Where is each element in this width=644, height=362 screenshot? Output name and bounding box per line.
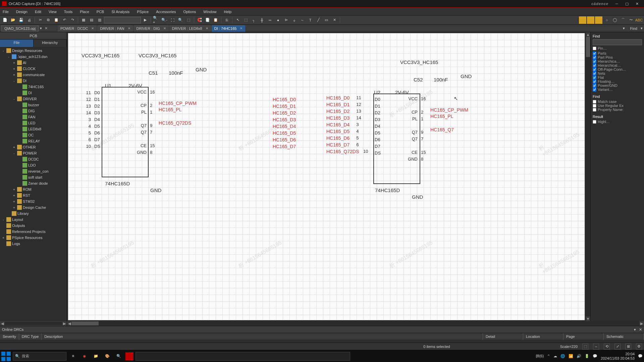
drc-col-header[interactable]: Schematic: [604, 333, 644, 340]
tree-node[interactable]: DI: [0, 90, 67, 96]
pin-num[interactable]: 14: [356, 115, 361, 122]
net-label[interactable]: HC165_D7: [273, 144, 296, 150]
net-label[interactable]: HC165_D1: [273, 104, 296, 110]
tree-node[interactable]: soft start: [0, 174, 67, 180]
maximize-button[interactable]: ▢: [622, 0, 632, 8]
chrome-icon[interactable]: ◉: [80, 352, 89, 361]
annotate-icon[interactable]: 📑: [204, 16, 211, 24]
scroll-left-icon[interactable]: ◀: [0, 321, 5, 326]
net-label[interactable]: HC165_D6: [326, 135, 350, 142]
tab-close-icon[interactable]: ✕: [206, 26, 208, 30]
weather-icon[interactable]: ☀: [68, 352, 78, 361]
find-dropdown-icon[interactable]: ▾: [641, 26, 643, 31]
zoom-out-icon[interactable]: 🔍-: [161, 16, 168, 24]
pin-row[interactable]: 4D5: [83, 124, 100, 130]
menu-help[interactable]: Help: [222, 9, 233, 14]
menu-edit[interactable]: Edit: [34, 9, 43, 14]
power-label[interactable]: VCC3V3_HC165: [139, 53, 176, 58]
tree-node[interactable]: DIG: [0, 108, 67, 114]
pin-row[interactable]: 3D4: [83, 117, 100, 124]
u2-val[interactable]: 2V-6V: [395, 89, 409, 95]
status-icon-3[interactable]: ⟲: [604, 344, 610, 350]
zoom-fit-icon[interactable]: ⛶: [169, 16, 176, 24]
start-button[interactable]: [1, 352, 11, 361]
net-label[interactable]: HC165_D4: [273, 124, 296, 130]
place-wire-icon[interactable]: ┐: [250, 16, 258, 24]
drc-col-header[interactable]: Severity: [0, 333, 19, 340]
tree-node[interactable]: +ROM: [0, 186, 67, 192]
pin-row[interactable]: 6D7: [83, 137, 100, 144]
tree-expand-icon[interactable]: -: [1, 49, 5, 53]
ime-indicator[interactable]: 拼(6): [536, 354, 544, 359]
grid-icon[interactable]: ▦: [80, 16, 87, 24]
status-icon-1[interactable]: ⬚: [582, 344, 588, 350]
new-file-icon[interactable]: 📄: [1, 16, 9, 24]
drc-dropdown-icon[interactable]: ▾: [632, 327, 638, 331]
tab-close-icon[interactable]: ✕: [240, 26, 243, 30]
explorer-icon[interactable]: 📁: [91, 352, 101, 361]
undo-icon[interactable]: ↶: [61, 16, 68, 24]
status-icon-5[interactable]: ⊞: [625, 344, 631, 350]
tab-close-icon[interactable]: ✕: [91, 26, 94, 30]
zoom-select-icon[interactable]: ⬚: [185, 16, 192, 24]
tree-node[interactable]: +STM32: [0, 198, 67, 204]
select-tool-icon[interactable]: ↖: [234, 16, 241, 24]
find-pin-row[interactable]: Pin…: [593, 46, 642, 50]
doc-tab[interactable]: DRIVER : DIG✕: [134, 25, 169, 32]
net-label[interactable]: HC165_PL: [159, 107, 182, 112]
doc-tab[interactable]: DI : 74HC165✕: [212, 25, 246, 32]
place-junction-icon[interactable]: ●: [274, 16, 282, 24]
tree-node[interactable]: Referenced Projects: [0, 229, 67, 235]
net-label[interactable]: HC165_D1: [326, 102, 350, 109]
tab-close-icon[interactable]: ✕: [163, 26, 166, 30]
net-label[interactable]: HC165_PL: [430, 114, 453, 119]
run-icon[interactable]: ▶: [142, 16, 149, 24]
menu-tools[interactable]: Tools: [63, 9, 74, 14]
net-label[interactable]: HC165_D2: [273, 110, 296, 117]
find-filter-check[interactable]: Variant…: [593, 87, 642, 92]
tree-node[interactable]: reverse_con: [0, 168, 67, 174]
canvas-vscrollbar[interactable]: ▲ ▼: [586, 32, 590, 321]
drc-close-icon[interactable]: ✕: [639, 327, 642, 331]
app-icon-1[interactable]: 🎨: [103, 352, 112, 361]
cap-val[interactable]: 100nF: [169, 70, 183, 76]
tree-expand-icon[interactable]: +: [12, 193, 16, 197]
place-part-icon[interactable]: ⬚: [242, 16, 250, 24]
snap-icon[interactable]: ▤: [88, 16, 95, 24]
cap-ref[interactable]: C51: [149, 70, 158, 76]
tree-node[interactable]: OC: [0, 132, 67, 138]
scroll-left-icon[interactable]: ◀: [67, 321, 72, 326]
u2-part[interactable]: 74HC165D: [375, 187, 400, 193]
drc-col-header[interactable]: DRC Type: [19, 333, 42, 340]
shape-text-icon[interactable]: ABC: [635, 16, 643, 24]
net-label[interactable]: HC165_D3: [326, 115, 350, 122]
find-filter-check[interactable]: Part Pins: [593, 55, 642, 59]
menu-file[interactable]: File: [1, 9, 10, 14]
tab-close-icon[interactable]: ✕: [128, 26, 130, 30]
menu-design[interactable]: Design: [15, 9, 29, 14]
tree-node[interactable]: -DI: [0, 78, 67, 84]
tree-expand-icon[interactable]: +: [12, 199, 16, 203]
power-label[interactable]: VCC3V3_HC165: [400, 59, 438, 65]
tree-node[interactable]: Logs: [0, 241, 67, 247]
net-label[interactable]: HC165_D4: [326, 122, 350, 129]
drc-col-header[interactable]: Location: [523, 333, 564, 340]
tree-expand-icon[interactable]: +: [12, 61, 16, 65]
taskbar-search[interactable]: 🔍 搜索: [13, 352, 66, 361]
shape-wave-icon[interactable]: 〜: [627, 16, 635, 24]
net-label[interactable]: HC165_CP_PWM: [430, 107, 468, 113]
place-gnd-icon[interactable]: ⏦: [299, 16, 306, 24]
find-filter-check[interactable]: Flat: [593, 75, 642, 79]
pin-row[interactable]: 12D1: [83, 97, 100, 104]
color-swatch-1-icon[interactable]: [579, 16, 586, 24]
shape-arc-icon[interactable]: ⌒: [619, 16, 627, 24]
tray-chevron-icon[interactable]: ⌃: [547, 354, 550, 358]
magnet-icon[interactable]: 🧲: [196, 16, 203, 24]
place-power-icon[interactable]: ⏚: [290, 16, 298, 24]
net-label[interactable]: HC165_D5: [326, 129, 350, 135]
save-icon[interactable]: 💾: [17, 16, 25, 24]
cut-icon[interactable]: ✂: [37, 16, 44, 24]
gnd-label[interactable]: GND: [196, 67, 207, 72]
find-option-check[interactable]: Match case: [593, 100, 642, 104]
result-highlight[interactable]: Highl…: [593, 120, 642, 124]
